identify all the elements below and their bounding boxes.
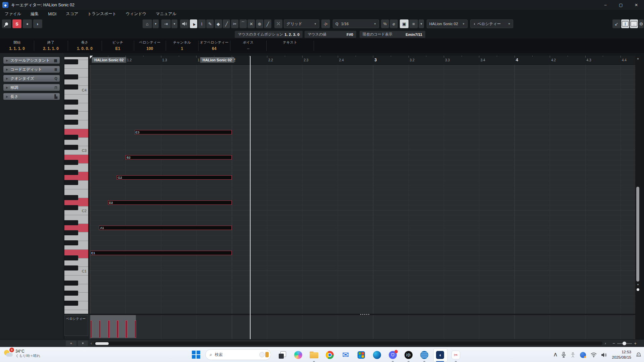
vertical-scroll-thumb[interactable] [636, 187, 639, 282]
info-value[interactable]: 1 [166, 46, 198, 51]
piano-key-D#1[interactable] [64, 255, 78, 260]
lane-type-dropdown[interactable]: ▼ [78, 341, 88, 346]
part-label-0[interactable]: HALion Sonic 02 [92, 57, 126, 63]
info-value[interactable]: E1 [102, 46, 134, 51]
object-selection-tool-button[interactable]: ▲ [190, 19, 197, 28]
record-in-editor-button[interactable]: ● [23, 19, 32, 28]
info-value[interactable]: 100 [134, 46, 166, 51]
quantize-panel-button[interactable]: e [390, 19, 398, 28]
snipping-taskbar-icon[interactable]: ✂ [450, 350, 461, 360]
discord-taskbar-icon[interactable]: ᗜ [387, 350, 398, 360]
notification-bell-icon[interactable]: z [636, 352, 641, 358]
blue-sphere-tray-icon[interactable] [580, 352, 586, 358]
add-lane-button[interactable]: + [66, 341, 76, 346]
velocity-bar[interactable] [99, 320, 101, 338]
solo-button[interactable]: S [12, 19, 21, 28]
menu-item-5[interactable]: ウィンドウ [121, 10, 151, 18]
link-zone-dropdown[interactable]: ▼ [153, 19, 159, 28]
sidebar-section-length[interactable]: ▶長さ▙ [3, 93, 60, 100]
show-lower-zone-button[interactable]: _ [630, 19, 638, 28]
piano-key-C#3[interactable] [64, 145, 78, 150]
snap-type-select[interactable]: グリッド▼ [284, 19, 319, 28]
event-colors-select[interactable]: ◑ ベロシティー▼ [470, 19, 513, 28]
lane-divider-handle[interactable] [360, 314, 361, 315]
quantize-preset-select[interactable]: Q 1/16▼ [333, 19, 379, 28]
piano-key-A#2[interactable] [64, 160, 78, 165]
start-button[interactable] [192, 350, 201, 359]
chrome-taskbar-icon[interactable] [324, 350, 335, 360]
piano-key-D#4[interactable] [64, 74, 78, 79]
hidden-icons-chevron[interactable]: ᐱ [554, 352, 557, 357]
scroll-down-button[interactable]: ▼ [635, 283, 641, 286]
menu-item-4[interactable]: トランスポート [83, 10, 121, 18]
mute-tool-button[interactable]: ✕ [248, 19, 255, 28]
piano-key-A#3[interactable] [64, 100, 78, 105]
show-part-borders-button[interactable]: ▣ [400, 19, 409, 28]
maximize-button[interactable]: ▢ [613, 0, 629, 10]
horizontal-scroll-thumb[interactable] [95, 342, 109, 345]
scroll-left-button[interactable]: ‹ [89, 341, 93, 346]
window-layout-button[interactable]: ↙ [612, 19, 621, 28]
note-display-area[interactable]: E1A1D2G2B2E31.21.3122.22.32.433.23.33.44… [89, 56, 635, 339]
sidebar-section-transpose[interactable]: ▶移調⊓ [3, 84, 60, 91]
volume-icon[interactable] [601, 353, 607, 357]
wifi-icon[interactable] [591, 353, 597, 357]
part-label-1[interactable]: HALion Sonic 02 [200, 57, 234, 63]
piano-key-G#0[interactable] [64, 291, 78, 296]
edit-active-part-button[interactable]: ≡ [409, 19, 418, 28]
midi-note-A1[interactable]: A1 [99, 226, 231, 230]
info-value[interactable]: 1. 0. 0. 0 [68, 46, 102, 51]
setup-toolbar-button[interactable]: ⚙ [639, 19, 644, 28]
autoscroll-dropdown[interactable]: ▼ [171, 19, 177, 28]
active-part-select[interactable]: HALion Sonic 02▼ [427, 19, 468, 28]
midi-note-B2[interactable]: B2 [125, 155, 231, 160]
explorer-taskbar-icon[interactable] [309, 350, 319, 360]
menu-item-0[interactable]: ファイル [0, 10, 26, 18]
scroll-up-button[interactable]: ▲ [635, 57, 641, 60]
glue-tool-button[interactable]: ⌒ [239, 19, 247, 28]
split-tool-button[interactable]: ✂ [231, 19, 238, 28]
piano-key-F#0[interactable] [64, 301, 78, 306]
piano-key-C#4[interactable] [64, 84, 78, 89]
erase-tool-button[interactable]: ◆ [215, 19, 222, 28]
microphone-icon[interactable] [561, 352, 566, 358]
speaker-feedback-button[interactable] [180, 19, 189, 28]
menu-item-3[interactable]: スコア [61, 10, 83, 18]
piano-key-D#3[interactable] [64, 135, 78, 140]
piano-key-C#1[interactable] [64, 265, 78, 270]
zoom-out-button[interactable]: − [611, 341, 616, 346]
info-value[interactable]: 2. 1. 1. 0 [34, 46, 68, 51]
menu-item-1[interactable]: 編集 [26, 10, 43, 18]
sidebar-section-quantize[interactable]: ▶クオンタイズQ [3, 75, 60, 82]
sidebar-section-scale-assistant[interactable]: ▶スケールアシスタント▦ [3, 57, 60, 64]
menu-item-6[interactable]: マニュアル [151, 10, 181, 18]
mail-taskbar-icon[interactable]: ✉ [340, 350, 351, 360]
weather-widget[interactable]: 8 34°C くもり時々晴れ [3, 349, 40, 359]
pin-window-button[interactable] [2, 19, 11, 28]
piano-key-F#4[interactable] [64, 59, 78, 64]
copilot-taskbar-icon[interactable] [293, 350, 304, 360]
link-zone-button[interactable]: ⌂ [143, 19, 152, 28]
time-ruler[interactable]: 1.21.3122.22.32.433.23.33.444.24.34.4HAL… [89, 56, 635, 65]
search-box[interactable]: ⌕ 検索 [205, 349, 271, 360]
velocity-bar[interactable] [108, 320, 110, 338]
draw-tool-button[interactable]: ✎ [206, 19, 214, 28]
piano-key-C#2[interactable] [64, 205, 78, 210]
midi-note-D2[interactable]: D2 [108, 200, 232, 205]
velocity-bar[interactable] [117, 320, 118, 338]
iterative-quantize-button[interactable]: % [381, 19, 389, 28]
scroll-right-button[interactable]: › [603, 341, 607, 346]
piano-key-A#1[interactable] [64, 220, 78, 225]
line-tool-button[interactable]: ╱ [264, 19, 271, 28]
close-button[interactable]: ✕ [629, 0, 644, 10]
blue-app-taskbar-icon[interactable] [419, 350, 430, 360]
piano-key-A#0[interactable] [64, 281, 78, 286]
lane-divider-handle[interactable] [362, 314, 363, 315]
velocity-bar[interactable] [125, 320, 127, 338]
piano-key-F#1[interactable] [64, 240, 78, 245]
trim-tool-button[interactable]: I [198, 19, 206, 28]
zoom-in-button[interactable]: + [633, 341, 638, 346]
piano-key-G#3[interactable] [64, 110, 78, 115]
vertical-scrollbar[interactable]: ▲ ▼ [635, 56, 641, 339]
task-view-taskbar-icon[interactable] [277, 350, 288, 360]
